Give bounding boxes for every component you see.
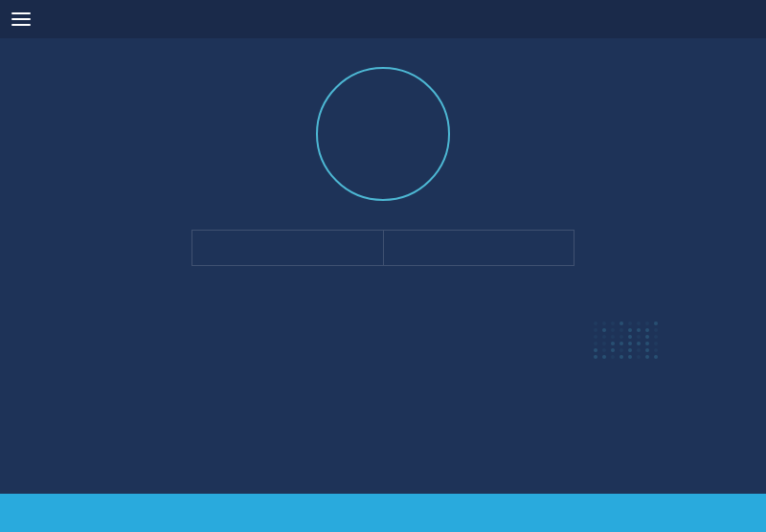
hamburger-menu[interactable] — [11, 12, 31, 26]
upload-stat — [383, 230, 575, 266]
close-button[interactable] — [747, 17, 755, 21]
minimize-button[interactable] — [724, 17, 732, 21]
map-decoration: // Generate dots const grid = document.q… — [594, 321, 670, 379]
upgrade-bar[interactable] — [0, 494, 766, 532]
timer-circle — [316, 67, 450, 201]
titlebar-controls — [724, 17, 755, 21]
download-stat — [192, 230, 383, 266]
titlebar — [0, 0, 766, 38]
titlebar-left — [11, 12, 42, 26]
main-content: // Generate dots const grid = document.q… — [0, 38, 766, 494]
stats-row — [192, 230, 574, 266]
